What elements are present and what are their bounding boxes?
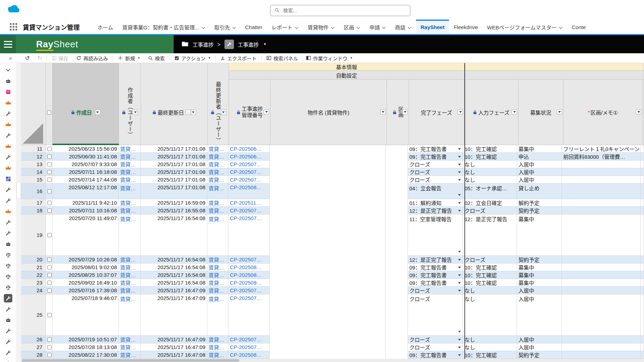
record-link[interactable]: 賃貸… — [209, 207, 224, 214]
column-menu-icon[interactable] — [557, 109, 562, 115]
record-link[interactable]: 賃貸… — [120, 343, 136, 351]
column-menu-icon[interactable] — [512, 109, 517, 115]
freeze-pane-divider[interactable] — [464, 63, 465, 359]
menu-hamburger-icon[interactable] — [0, 35, 16, 53]
cell-created[interactable]: 2025/06/30 11:41:08 — [53, 153, 119, 160]
record-link[interactable]: 賃貸… — [120, 215, 136, 223]
phase-dropdown-icon[interactable] — [458, 210, 461, 213]
row-checkbox[interactable] — [47, 189, 52, 193]
cell-created[interactable]: 2025/07/11 10:16:08 — [53, 207, 119, 214]
row-checkbox[interactable] — [47, 345, 52, 349]
cell-boshu[interactable]: 解約予定 — [517, 199, 562, 207]
phase-dropdown-icon[interactable] — [458, 267, 461, 270]
cell-updated[interactable]: 2025/11/17 16:47:08 — [141, 351, 207, 359]
nav-tab-13[interactable]: Conte — [567, 20, 590, 33]
nav-tab-1[interactable]: ホーム — [93, 20, 118, 33]
cell-check[interactable] — [46, 294, 53, 336]
row-number[interactable]: 25 — [21, 294, 46, 336]
cell-memo[interactable] — [562, 271, 641, 279]
cell-updater[interactable]: 賃貸… — [207, 184, 229, 199]
sidebar-icon-scales[interactable] — [4, 283, 12, 292]
col-header-recruit-status[interactable]: 募集状況 — [518, 80, 563, 145]
row-number[interactable]: 20 — [21, 256, 46, 264]
cell-creator[interactable]: 賃貸… — [119, 279, 141, 287]
cell-cp[interactable]: CP-202508… — [228, 271, 270, 279]
record-link[interactable]: CP-202507… — [230, 344, 262, 350]
cell-updater[interactable]: 賃貸… — [207, 279, 229, 287]
action-button[interactable]: アクション▼ — [170, 53, 215, 63]
select-all-header[interactable] — [46, 63, 53, 145]
cell-created[interactable]: 2025/08/01 9:02:08 — [53, 264, 119, 271]
cell-cp[interactable]: CP-202507… — [228, 176, 270, 184]
cell-memo[interactable]: 前回賃料83000（管理費… — [562, 153, 641, 160]
cell-boshu[interactable]: 入居中 — [517, 160, 562, 168]
cell-cp[interactable]: CP-202507… — [228, 160, 270, 168]
cell-cp[interactable]: CP-202509… — [228, 279, 270, 287]
cell-updater[interactable]: 賃貸… — [207, 145, 229, 153]
cell-nyuryoku[interactable]: 12：是正完了報告 — [463, 214, 517, 256]
record-link[interactable]: CP-202507… — [230, 215, 262, 221]
cell-boshu[interactable]: 契約予定 — [517, 207, 562, 214]
cell-boshu[interactable]: 契約予定 — [517, 351, 562, 359]
cell-kanryo[interactable]: クローズ — [408, 287, 463, 294]
cell-cp[interactable]: CP-202507… — [228, 207, 270, 214]
cell-nyuryoku[interactable]: 10：完工確認 — [463, 145, 517, 153]
cell-updated[interactable]: 2025/11/17 16:47:09 — [141, 336, 207, 343]
column-menu-icon[interactable] — [221, 110, 226, 115]
record-link[interactable]: CP-202508… — [230, 184, 262, 190]
cell-created[interactable]: 2025/07/14 17:44:08 — [53, 176, 119, 184]
sidebar-icon-robot[interactable] — [4, 316, 12, 324]
cell-kanryo[interactable]: 01：解約通知 — [408, 199, 463, 207]
chevron-down-icon[interactable] — [559, 24, 563, 30]
sidebar-icon-wrench[interactable] — [4, 218, 12, 226]
col-header-created[interactable]: 作成日 — [53, 63, 119, 145]
record-link[interactable]: 賃貸… — [120, 207, 136, 214]
col-header-updater[interactable]: 最終更新者（ユーザー） — [208, 63, 229, 145]
cell-updater[interactable]: 賃貸… — [207, 199, 229, 207]
record-link[interactable]: 賃貸… — [209, 199, 224, 206]
app-launcher-icon[interactable] — [10, 23, 17, 30]
cell-check[interactable] — [46, 176, 53, 184]
record-link[interactable]: 賃貸… — [209, 279, 224, 286]
cell-memo[interactable] — [562, 343, 641, 351]
sidebar-icon-wrench[interactable] — [4, 337, 12, 346]
cell-updater[interactable]: 賃貸… — [207, 207, 229, 214]
sidebar-scrollbar-thumb[interactable] — [16, 182, 21, 199]
chevron-down-icon[interactable] — [295, 24, 298, 30]
record-link[interactable]: CP-202508… — [230, 352, 262, 358]
cell-cp[interactable]: CP-202508… — [228, 351, 270, 359]
cell-updated[interactable]: 2025/11/17 17:01:08 — [141, 184, 207, 199]
cell-memo[interactable] — [562, 279, 641, 287]
cell-updater[interactable]: 賃貸… — [207, 264, 229, 271]
record-link[interactable]: 賃貸… — [209, 343, 224, 351]
sidebar-icon-crown[interactable] — [4, 98, 12, 107]
group-header-auto-setting[interactable]: 自動設定 — [229, 71, 464, 80]
cell-cp[interactable]: CP-202507… — [228, 336, 270, 343]
cell-boshu[interactable]: 入居中 — [517, 294, 562, 336]
cell-updated[interactable]: 2025/11/17 16:54:08 — [141, 256, 207, 264]
cell-created[interactable]: 2025/08/25 10:37:07 — [53, 271, 119, 279]
phase-dropdown-icon[interactable] — [458, 274, 461, 278]
record-link[interactable]: CP-202506… — [230, 153, 262, 159]
row-checkbox[interactable] — [47, 353, 52, 357]
cell-creator[interactable]: 賃貸… — [119, 271, 141, 279]
cell-check[interactable] — [46, 168, 53, 176]
search-input[interactable] — [282, 7, 400, 14]
record-link[interactable]: 賃貸… — [209, 336, 224, 343]
cell-memo[interactable] — [562, 287, 641, 294]
chevron-down-icon[interactable] — [382, 24, 386, 30]
cell-nyuryoku[interactable]: なし — [463, 176, 517, 184]
cell-kanryo[interactable]: 09：完工報告書 — [408, 351, 463, 359]
cell-updater[interactable]: 賃貸… — [207, 343, 229, 351]
record-link[interactable]: 賃貸… — [209, 153, 224, 160]
cell-creator[interactable]: 賃貸… — [119, 184, 141, 199]
cell-cp[interactable]: CP-202506… — [228, 153, 270, 160]
sidebar-icon-robot[interactable] — [4, 77, 12, 85]
cell-kanryo[interactable]: クローズ — [408, 176, 463, 184]
sidebar-icon-crown[interactable] — [4, 207, 12, 216]
cell-check[interactable] — [46, 256, 53, 264]
phase-dropdown-icon[interactable] — [458, 156, 461, 159]
cell-memo[interactable] — [562, 168, 641, 176]
cell-kanryo[interactable]: 09：完工報告書 — [408, 264, 463, 271]
cell-created[interactable]: 2025/07/07 9:33:08 — [53, 160, 119, 168]
